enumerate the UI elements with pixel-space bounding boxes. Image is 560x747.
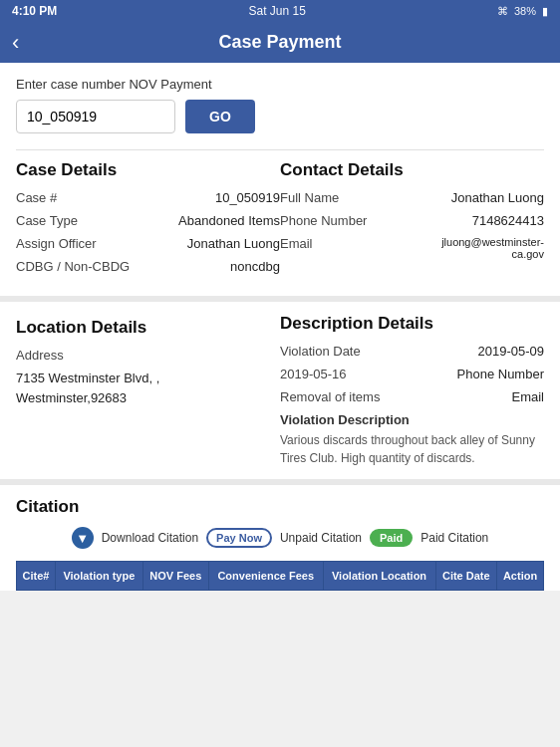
battery-icon: ▮ <box>542 5 548 18</box>
citation-table: Cite# Violation type NOV Fees Convenienc… <box>16 561 544 591</box>
assign-officer-row: Assign Officer Jonathan Luong <box>16 236 280 251</box>
full-name-row: Full Name Jonathan Luong <box>280 190 544 205</box>
case-num-label: Case # <box>16 190 86 205</box>
address-value: 7135 Westminster Blvd, ,Westminster,9268… <box>16 369 280 407</box>
address-label: Address <box>16 348 280 363</box>
phone-number-label: Phone Number <box>457 367 544 381</box>
date2-row: 2019-05-16 Phone Number <box>280 367 544 381</box>
assign-officer-label: Assign Officer <box>16 236 97 251</box>
case-number-label: Enter case number NOV Payment <box>16 77 544 92</box>
citation-table-header-row: Cite# Violation type NOV Fees Convenienc… <box>17 562 544 591</box>
contact-details-title: Contact Details <box>280 160 544 180</box>
case-type-label: Case Type <box>16 213 86 228</box>
col-violation-location: Violation Location <box>323 562 435 591</box>
case-details-section: Case Details Case # 10_050919 Case Type … <box>16 160 280 282</box>
col-nov-fees: NOV Fees <box>142 562 208 591</box>
divider-1 <box>16 149 544 150</box>
case-num-value: 10_050919 <box>215 190 280 205</box>
email-row: Email jluong@westminster-ca.gov <box>280 236 544 260</box>
description-title: Description Details <box>280 314 544 334</box>
page-header: ‹ Case Payment <box>0 22 560 63</box>
download-citation-label: Download Citation <box>102 531 198 545</box>
description-section: Description Details Violation Date 2019-… <box>280 314 544 467</box>
case-type-value: Abandoned Items <box>178 213 280 228</box>
email-label2: Email <box>511 389 544 404</box>
go-button[interactable]: GO <box>185 100 255 133</box>
email-value: jluong@westminster-ca.gov <box>424 236 544 260</box>
col-violation-type: Violation type <box>55 562 142 591</box>
main-content: Enter case number NOV Payment GO Case De… <box>0 63 560 296</box>
case-type-row: Case Type Abandoned Items <box>16 213 280 228</box>
location-title: Location Details <box>16 318 280 338</box>
status-bar: 4:10 PM Sat Jun 15 ⌘ 38% ▮ <box>0 0 560 22</box>
location-section: Location Details Address 7135 Westminste… <box>16 318 280 467</box>
paid-badge[interactable]: Paid <box>370 529 413 547</box>
case-details-title: Case Details <box>16 160 280 180</box>
violation-desc-text: Various discards throughout back alley o… <box>280 431 544 467</box>
phone-label: Phone Number <box>280 213 367 228</box>
violation-date-label: Violation Date <box>280 344 361 359</box>
cdbg-row: CDBG / Non-CBDG noncdbg <box>16 259 280 274</box>
status-icons: ⌘ 38% ▮ <box>497 5 548 18</box>
col-action: Action <box>497 562 544 591</box>
citation-legend: ▼ Download Citation Pay Now Unpaid Citat… <box>16 527 544 549</box>
cdbg-value: noncdbg <box>230 259 280 274</box>
download-icon[interactable]: ▼ <box>72 527 94 549</box>
removal-label: Removal of items <box>280 389 380 404</box>
unpaid-citation-label: Unpaid Citation <box>280 531 362 545</box>
status-time: 4:10 PM <box>12 4 57 18</box>
col-cite-num: Cite# <box>17 562 56 591</box>
case-contact-section: Case Details Case # 10_050919 Case Type … <box>16 160 544 282</box>
date2-label: 2019-05-16 <box>280 367 347 381</box>
violation-date-row: Violation Date 2019-05-09 <box>280 344 544 359</box>
phone-value: 7148624413 <box>472 213 544 228</box>
removal-row: Removal of items Email <box>280 389 544 404</box>
case-number-row: GO <box>16 100 544 133</box>
location-desc-section: Location Details Address 7135 Westminste… <box>16 314 544 467</box>
contact-details-section: Contact Details Full Name Jonathan Luong… <box>280 160 544 282</box>
case-number-input[interactable] <box>16 100 175 133</box>
full-name-value: Jonathan Luong <box>451 190 544 205</box>
col-cite-date: Cite Date <box>435 562 497 591</box>
violation-desc-title: Violation Description <box>280 412 544 427</box>
page-title: Case Payment <box>218 32 341 53</box>
location-description-wrapper: Location Details Address 7135 Westminste… <box>0 302 560 479</box>
back-button[interactable]: ‹ <box>12 32 19 54</box>
battery-text: 38% <box>514 5 536 17</box>
full-name-label: Full Name <box>280 190 350 205</box>
paid-citation-label: Paid Citation <box>420 531 488 545</box>
email-label: Email <box>280 236 350 251</box>
wifi-icon: ⌘ <box>497 5 508 18</box>
assign-officer-value: Jonathan Luong <box>187 236 280 251</box>
phone-row: Phone Number 7148624413 <box>280 213 544 228</box>
pay-now-badge[interactable]: Pay Now <box>206 528 272 548</box>
col-convenience-fees: Convenience Fees <box>208 562 323 591</box>
citation-title: Citation <box>16 497 544 517</box>
cdbg-label: CDBG / Non-CBDG <box>16 259 130 274</box>
violation-date-value: 2019-05-09 <box>478 344 545 359</box>
citation-section: Citation ▼ Download Citation Pay Now Unp… <box>0 485 560 591</box>
status-date: Sat Jun 15 <box>248 4 305 18</box>
case-number-row-detail: Case # 10_050919 <box>16 190 280 205</box>
